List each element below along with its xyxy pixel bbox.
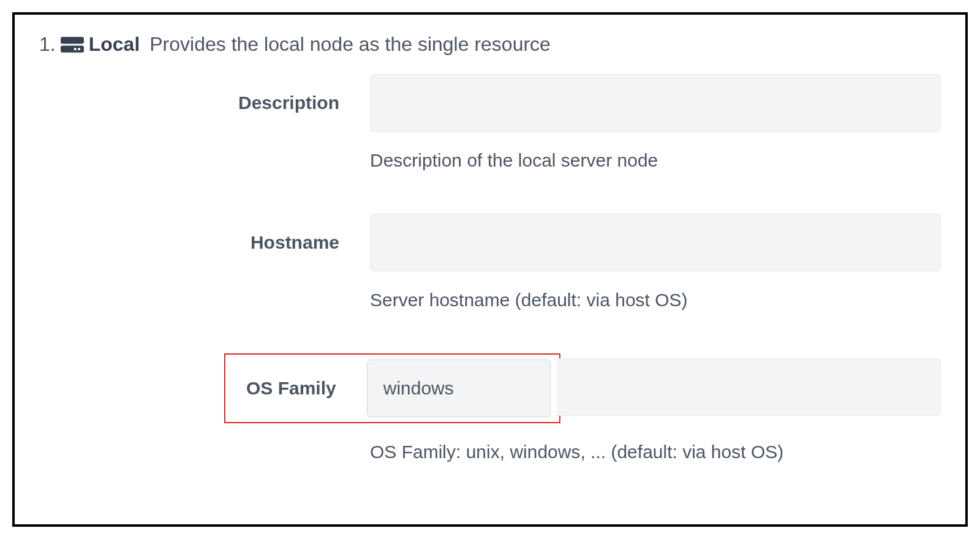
server-icon [61,36,84,53]
description-label-col: Description [39,74,370,113]
header-subtitle: Provides the local node as the single re… [149,33,551,56]
osfamily-label: OS Family [246,378,336,399]
osfamily-help: OS Family: unix, windows, ... (default: … [370,442,941,462]
osfamily-input-extension [557,358,941,416]
svg-point-2 [78,48,80,50]
header-number: 1. [39,33,56,56]
svg-rect-1 [61,45,84,52]
osfamily-row: OS Family [39,353,941,423]
osfamily-help-row: OS Family: unix, windows, ... (default: … [370,442,941,462]
panel-header: 1. Local Provides the local node as the … [39,33,941,56]
svg-point-3 [74,48,76,50]
hostname-label: Hostname [251,232,339,252]
osfamily-input[interactable] [367,360,551,417]
hostname-input-col: Server hostname (default: via host OS) [370,214,941,311]
description-help: Description of the local server node [370,150,941,171]
header-title: Local [89,33,140,56]
description-label: Description [238,92,339,113]
hostname-help: Server hostname (default: via host OS) [370,290,941,311]
osfamily-highlight: OS Family [224,353,560,423]
hostname-input[interactable] [370,214,941,271]
hostname-row: Hostname Server hostname (default: via h… [39,214,941,311]
hostname-label-col: Hostname [39,214,370,253]
description-input-col: Description of the local server node [370,74,941,171]
local-node-panel: 1. Local Provides the local node as the … [12,12,968,527]
description-row: Description Description of the local ser… [39,74,941,171]
description-input[interactable] [370,74,941,132]
svg-rect-0 [61,37,84,43]
form-container: Description Description of the local ser… [39,74,941,462]
